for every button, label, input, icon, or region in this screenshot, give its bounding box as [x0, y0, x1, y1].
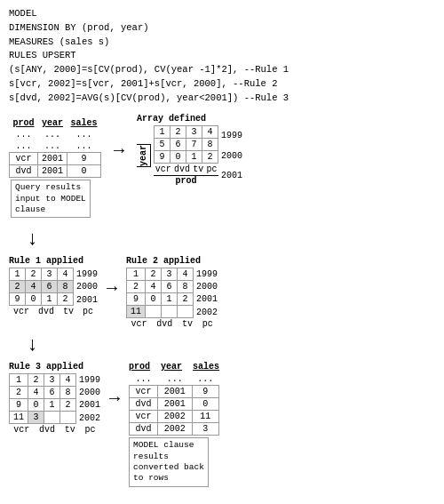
- dot-cell: ...: [10, 129, 38, 140]
- grid-cell: 2: [127, 281, 146, 293]
- grid-cell: 8: [60, 387, 76, 399]
- grid-cell: 1: [162, 293, 178, 306]
- down-arrow-1: ↓: [27, 228, 38, 251]
- dot-cell: ...: [10, 140, 38, 153]
- result-cell: 2002: [157, 423, 192, 436]
- prod-axis-label: prod: [154, 175, 218, 186]
- rule3-col-labels: vcrdvdtvpc: [9, 425, 100, 435]
- grid-cell: 2: [202, 151, 218, 164]
- grid-cell: 3: [186, 126, 202, 139]
- query-results-panel: prod year sales ... ... ... ... ... ...: [9, 117, 101, 218]
- grid-cell-highlighted: 11: [127, 306, 146, 318]
- code-line4: RULES UPSERT: [9, 49, 435, 63]
- rule1-panel: Rule 1 applied 1 2 3 4 2 4 6: [9, 256, 98, 316]
- grid-cell: 2: [10, 387, 28, 399]
- grid-cell-highlighted: 8: [58, 281, 74, 293]
- code-line7: s[dvd, 2002]=AVG(s)[CV(prod), year<2001]…: [9, 92, 435, 106]
- grid-cell: 9: [10, 293, 26, 306]
- grid-cell: 6: [162, 281, 178, 293]
- grid-cell: 4: [28, 387, 44, 399]
- rule1-row-labels: 1999 2000 2001: [76, 268, 98, 306]
- down-arrow-2: ↓: [27, 334, 435, 356]
- grid-cell: 6: [170, 139, 186, 151]
- grid-cell-highlighted: 3: [28, 412, 44, 424]
- grid-cell: [60, 412, 76, 424]
- grid-cell: 4: [202, 126, 218, 139]
- array-col-labels: vcrdvdtvpc: [154, 164, 218, 174]
- query-table: prod year sales ... ... ... ... ... ...: [9, 117, 101, 178]
- rule2-label: Rule 2 applied: [126, 256, 218, 266]
- grid-cell: 2: [58, 293, 74, 306]
- grid-cell: 1: [155, 126, 170, 139]
- rule1-col-labels: vcrdvdtvpc: [9, 307, 98, 316]
- result-cell: 2002: [157, 411, 192, 423]
- grid-cell: 11: [10, 412, 28, 424]
- col-header-sales: sales: [67, 117, 101, 129]
- grid-cell: 0: [26, 293, 42, 306]
- result-table-label: prod year sales: [129, 362, 219, 372]
- grid-cell: 1: [10, 374, 28, 387]
- top-section: prod year sales ... ... ... ... ... ...: [9, 114, 435, 218]
- rule3-panel: Rule 3 applied 1 2 3 4 2 4 6: [9, 362, 100, 435]
- code-line6: s[vcr, 2002]=s[vcr, 2001]+s[vcr, 2000], …: [9, 77, 435, 92]
- code-line3: MEASURES (sales s): [9, 36, 435, 50]
- result-cell: 11: [192, 411, 219, 423]
- grid-cell: 2: [60, 399, 76, 412]
- result-table: ... ... ... vcr 2001 9 dvd 2001 0: [129, 373, 219, 436]
- grid-cell: 1: [42, 293, 58, 306]
- rule3-grid: 1 2 3 4 2 4 6 8 9 0: [9, 373, 76, 424]
- code-line5: (s[ANY, 2000]=s[CV(prod), CV(year -1]*2]…: [9, 63, 435, 77]
- col-header-prod: prod: [10, 117, 38, 129]
- arrow-rule3-to-result: →: [109, 388, 120, 409]
- grid-cell: 4: [178, 268, 194, 281]
- array-defined-panel: Array defined year 1 2 3 4: [137, 114, 242, 218]
- grid-cell: 0: [146, 293, 162, 306]
- grid-cell: 8: [202, 139, 218, 151]
- code-block: MODEL DIMENSION BY (prod, year) MEASURES…: [9, 7, 435, 105]
- grid-cell: 6: [44, 387, 60, 399]
- dot-cell: ...: [67, 129, 101, 140]
- grid-cell: 2: [170, 126, 186, 139]
- dot-cell: ...: [67, 140, 101, 153]
- grid-cell: [162, 306, 178, 318]
- grid-cell: 4: [58, 268, 74, 281]
- code-line2: DIMENSION BY (prod, year): [9, 21, 435, 36]
- grid-cell: 4: [60, 374, 76, 387]
- table-cell: 2001: [38, 153, 67, 165]
- grid-cell: 4: [146, 281, 162, 293]
- grid-cell: 2: [178, 293, 194, 306]
- grid-cell: 9: [127, 293, 146, 306]
- down-arrow-row2: ↓: [27, 334, 435, 356]
- grid-cell: [44, 412, 60, 424]
- grid-cell: 8: [178, 281, 194, 293]
- grid-cell: 3: [44, 374, 60, 387]
- grid-cell: 1: [10, 268, 26, 281]
- grid-cell: 5: [155, 139, 170, 151]
- grid-cell: [146, 306, 162, 318]
- grid-cell: 0: [170, 151, 186, 164]
- dot-cell: ...: [157, 373, 192, 386]
- down-arrow-row1: ↓: [27, 228, 435, 251]
- grid-cell: 2: [146, 268, 162, 281]
- code-line1: MODEL: [9, 7, 435, 21]
- table-cell: 0: [67, 165, 101, 178]
- grid-cell: 1: [127, 268, 146, 281]
- rule2-col-labels: vcrdvdtvpc: [126, 319, 218, 329]
- grid-cell: 2: [26, 268, 42, 281]
- rule2-grid: 1 2 3 4 2 4 6 8 9 0: [126, 268, 194, 318]
- grid-cell-highlighted: 6: [42, 281, 58, 293]
- table-cell: 9: [67, 153, 101, 165]
- result-cell: dvd: [130, 398, 158, 411]
- grid-cell: 1: [186, 151, 202, 164]
- rule1-grid: 1 2 3 4 2 4 6 8 9 0: [9, 268, 74, 306]
- grid-cell: 1: [44, 399, 60, 412]
- grid-cell: 9: [155, 151, 170, 164]
- grid-cell: 3: [42, 268, 58, 281]
- array-grid: 1 2 3 4 5 6 7 8: [154, 125, 218, 164]
- array-row-labels: 1999 2000 2001: [221, 125, 242, 186]
- rule3-row-labels: 1999 2000 2001 2002: [79, 373, 100, 424]
- grid-cell: 0: [28, 399, 44, 412]
- rule2-panel: Rule 2 applied 1 2 3 4 2 4 6: [126, 256, 218, 329]
- result-cell: 2001: [157, 386, 192, 398]
- query-annotation: Query results input to MODEL clause: [11, 180, 91, 218]
